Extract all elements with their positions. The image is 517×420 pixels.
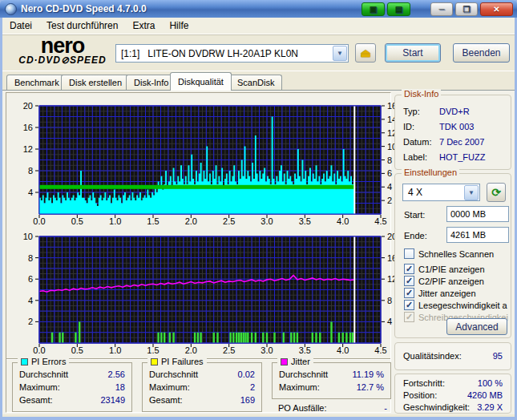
- checkbox-jitter[interactable]: ✓Jitter anzeigen: [404, 288, 476, 298]
- settings-group: Einstellungen 4 X ▼ ⟳ Start: Ende: ✓Schn…: [394, 173, 511, 338]
- svg-text:14: 14: [387, 115, 394, 124]
- disc-icon: ⊘: [61, 55, 70, 66]
- svg-text:3.0: 3.0: [261, 216, 273, 226]
- pi-errors-stats: PI Errors Durchschnitt 2.56 Maximum: 18 …: [12, 362, 132, 412]
- menu-test-durchfuehren[interactable]: Test durchführen: [39, 18, 125, 33]
- progress-box: Fortschritt: 100 % Position: 4260 MB Ges…: [394, 374, 511, 414]
- stat-label: Durchschnitt: [279, 370, 328, 379]
- stat-label: Durchschnitt: [19, 370, 68, 379]
- svg-text:4.5: 4.5: [374, 216, 386, 226]
- svg-text:12: 12: [387, 274, 394, 284]
- start-position-field[interactable]: [446, 206, 509, 222]
- maximize-icon: ❐: [463, 5, 471, 14]
- svg-text:2: 2: [28, 317, 33, 326]
- speed-value: 3.29 X: [477, 402, 503, 412]
- end-position-field[interactable]: [446, 227, 509, 243]
- stat-label: Gesamt:: [149, 395, 183, 405]
- maximize-button[interactable]: ❐: [455, 2, 478, 16]
- stat-label: Durchschnitt: [149, 370, 198, 379]
- chevron-down-icon[interactable]: ▼: [333, 46, 347, 61]
- stat-value: 169: [240, 395, 255, 405]
- stat-value: 0.02: [238, 370, 255, 379]
- tab-scandisk[interactable]: ScanDisk: [229, 75, 282, 91]
- checkbox-schnelles-scannen[interactable]: ✓Schnelles Scannen: [404, 248, 494, 259]
- screenshot-button[interactable]: ▣: [361, 2, 385, 16]
- eject-button[interactable]: ⏏: [355, 43, 376, 63]
- title-bar: Nero CD-DVD Speed 4.7.0.0 ▣ ▤ ─ ❐ ✕: [0, 0, 517, 18]
- svg-text:2.0: 2.0: [185, 345, 197, 355]
- close-icon: ✕: [493, 5, 499, 14]
- stat-label: Maximum:: [149, 382, 190, 392]
- tab-disk-info[interactable]: Disk-Info: [126, 75, 176, 91]
- speed-select[interactable]: 4 X ▼: [402, 184, 480, 201]
- pi-failures-swatch: [151, 358, 158, 365]
- checkbox-c2-pif[interactable]: ✓C2/PIF anzeigen: [404, 276, 484, 286]
- checkbox-lesegeschwindigkeit[interactable]: ✓Lesegeschwindigkeit a: [404, 300, 507, 310]
- stat-value: 2.56: [108, 370, 125, 379]
- disk-info-title: Disk-Info: [402, 89, 441, 99]
- settings-title: Einstellungen: [402, 168, 459, 177]
- header: nero CD·DVD⊘SPEED [1:1] LITE-ON DVDRW LH…: [2, 34, 515, 71]
- svg-text:6: 6: [28, 274, 33, 284]
- checkbox-c1-pie[interactable]: ✓C1/PIE anzeigen: [404, 264, 485, 274]
- jitter-swatch: [281, 358, 288, 365]
- quit-button[interactable]: Beenden: [453, 43, 510, 63]
- start-button[interactable]: Start: [385, 43, 441, 63]
- menu-datei[interactable]: Datei: [2, 18, 39, 33]
- svg-text:0.0: 0.0: [33, 216, 45, 226]
- position-value: 4260 MB: [467, 390, 503, 400]
- checkbox-icon: ✓: [404, 288, 414, 298]
- svg-text:4: 4: [387, 317, 392, 326]
- menu-extra[interactable]: Extra: [125, 18, 162, 33]
- svg-text:20: 20: [387, 232, 394, 241]
- disk-label-value: HOT_FUZZ: [439, 152, 485, 162]
- stat-label: Maximum:: [279, 382, 320, 392]
- checkbox-icon: ✓: [404, 248, 414, 259]
- svg-text:8: 8: [28, 166, 33, 176]
- svg-text:4.0: 4.0: [337, 216, 349, 226]
- svg-text:2.5: 2.5: [223, 216, 235, 226]
- minimize-icon: ─: [438, 5, 444, 14]
- svg-text:0.5: 0.5: [71, 345, 83, 355]
- close-button[interactable]: ✕: [480, 2, 513, 16]
- svg-text:1.0: 1.0: [109, 216, 121, 226]
- advanced-button[interactable]: Advanced: [446, 318, 507, 335]
- svg-text:10: 10: [23, 232, 33, 241]
- progress-value: 100 %: [478, 378, 503, 388]
- disk-date-value: 7 Dec 2007: [439, 137, 484, 147]
- window-title: Nero CD-DVD Speed 4.7.0.0: [21, 3, 147, 14]
- stat-value: 12.7 %: [357, 382, 384, 392]
- svg-text:16: 16: [387, 253, 394, 263]
- refresh-button[interactable]: ⟳: [487, 183, 506, 202]
- svg-text:3.0: 3.0: [261, 345, 273, 355]
- save-button[interactable]: ▤: [387, 2, 410, 16]
- checkbox-icon: ✓: [404, 300, 414, 310]
- svg-text:1.0: 1.0: [109, 345, 121, 355]
- minimize-button[interactable]: ─: [430, 2, 453, 16]
- svg-text:3.5: 3.5: [299, 216, 311, 226]
- speed-select-value: 4 X: [403, 187, 464, 198]
- po-failures-value: -: [347, 403, 387, 413]
- tab-disk-erstellen[interactable]: Disk erstellen: [61, 75, 130, 91]
- tab-benchmark[interactable]: Benchmark: [6, 75, 67, 91]
- svg-text:20: 20: [23, 101, 33, 111]
- chevron-down-icon[interactable]: ▼: [464, 185, 479, 200]
- menu-bar: Datei Test durchführen Extra Hilfe: [2, 18, 515, 34]
- svg-text:12: 12: [23, 144, 33, 154]
- svg-text:8: 8: [28, 253, 33, 263]
- svg-text:1.5: 1.5: [147, 345, 159, 355]
- menu-hilfe[interactable]: Hilfe: [162, 18, 196, 33]
- pi-errors-swatch: [21, 358, 28, 365]
- svg-text:0.5: 0.5: [71, 216, 83, 226]
- drive-select[interactable]: [1:1] LITE-ON DVDRW LH-20A1P KL0N ▼: [115, 44, 349, 63]
- tab-diskqualitaet[interactable]: Diskqualität: [170, 72, 232, 91]
- svg-text:10: 10: [387, 142, 394, 151]
- svg-text:2.0: 2.0: [185, 216, 197, 226]
- svg-text:1.5: 1.5: [147, 216, 159, 226]
- logo-text: nero: [14, 36, 111, 56]
- po-failures-label: PO Ausfälle:: [278, 403, 327, 413]
- save-icon: ▤: [395, 5, 402, 14]
- screenshot-icon: ▣: [370, 5, 377, 14]
- svg-text:12: 12: [387, 128, 394, 138]
- eject-icon: ⏏: [360, 46, 370, 59]
